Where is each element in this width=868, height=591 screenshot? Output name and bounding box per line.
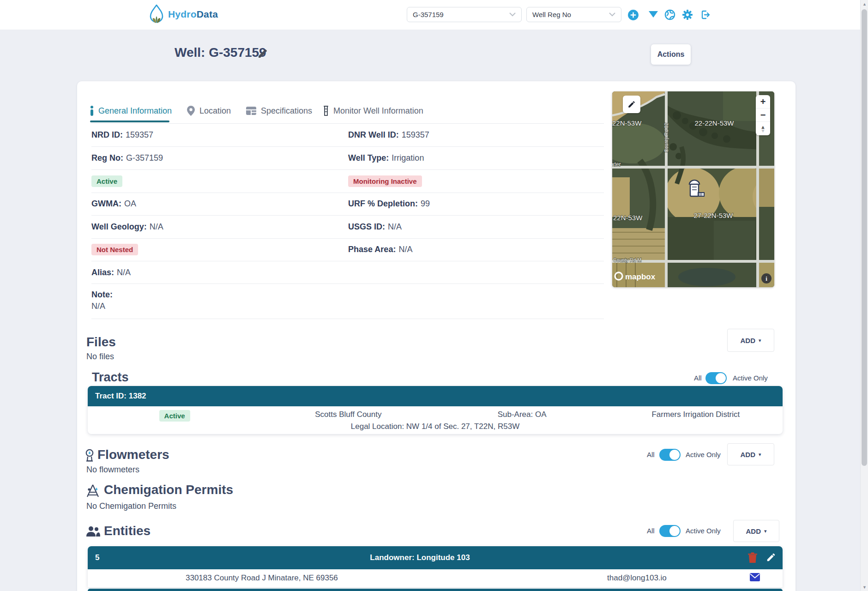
well-location-map[interactable]: 22-22N-53W -22N-53W 22N-53W 27-22N-53W C… <box>612 91 774 287</box>
field-label: USGS ID: <box>348 222 385 232</box>
brand-primary: Hydro <box>168 9 197 19</box>
search-by-dropdown[interactable]: Well Reg No <box>526 7 621 22</box>
map-zoom-controls: + − ▲▼ <box>756 95 770 135</box>
page-scrollbar: ▲ ▼ <box>860 0 868 591</box>
zoom-in-button[interactable]: + <box>756 95 770 109</box>
search-by-value: Well Reg No <box>532 11 571 18</box>
divider <box>91 215 604 216</box>
tab-label: Location <box>199 106 231 116</box>
brand-secondary: Data <box>197 9 218 19</box>
field-value: 159357 <box>126 130 153 140</box>
tract-card: Tract ID: 1382 Active Scotts Bluff Count… <box>88 386 783 434</box>
svg-text:i: i <box>766 275 767 282</box>
field-value: 159357 <box>402 130 429 140</box>
gear-icon[interactable] <box>681 9 693 21</box>
flowmeters-toggle-active-label: Active Only <box>686 451 721 458</box>
field-phase-area: Phase Area:N/A <box>348 243 412 255</box>
files-add-button[interactable]: ADD▾ <box>727 329 774 352</box>
edit-entity-icon[interactable] <box>766 552 777 563</box>
entity-email: thad@long103.io <box>607 573 667 583</box>
actions-button[interactable]: Actions <box>651 44 691 65</box>
top-header-bar: HydroData G-357159 Well Reg No <box>0 0 860 30</box>
add-label: ADD <box>746 527 761 535</box>
map-info-button[interactable]: i <box>761 273 772 283</box>
edit-well-icon[interactable] <box>257 48 269 60</box>
field-label: Well Type: <box>348 153 389 163</box>
divider <box>91 169 604 170</box>
caret-down-icon: ▾ <box>764 528 767 534</box>
scrollbar-up-arrow[interactable]: ▲ <box>861 0 868 8</box>
pencil-icon <box>766 552 776 562</box>
chevron-down-icon <box>609 12 615 17</box>
entities-active-only-toggle[interactable] <box>659 525 681 537</box>
field-reg-no: Reg No:G-357159 <box>91 152 163 164</box>
tab-specifications[interactable]: Specifications <box>246 102 312 120</box>
caret-down-icon: ▾ <box>759 338 761 344</box>
pencil-icon <box>627 100 636 109</box>
sign-out-icon[interactable] <box>699 9 711 21</box>
map-edit-button[interactable] <box>623 96 640 113</box>
tract-status-badge: Active <box>159 410 190 422</box>
table-icon <box>246 107 256 115</box>
next-entity-card-edge <box>88 589 783 591</box>
toggle-knob <box>669 526 680 536</box>
files-empty-text: No files <box>86 352 114 362</box>
entities-toggle-all-label: All <box>647 527 655 535</box>
divider <box>91 193 604 193</box>
tab-location[interactable]: Location <box>187 102 231 120</box>
field-value: Irrigation <box>392 153 424 163</box>
svg-text:mapbox: mapbox <box>625 272 656 281</box>
send-email-icon[interactable] <box>749 573 760 582</box>
entity-card: 5 Landowner: Longitude 103 330183 County… <box>88 546 783 587</box>
field-nrd-id: NRD ID:159357 <box>91 129 153 141</box>
tab-label: General Information <box>98 106 172 116</box>
field-label: URF % Depletion: <box>348 199 418 209</box>
entity-number: 5 <box>95 553 99 562</box>
field-note-label: Note: <box>91 289 115 301</box>
flowmeters-active-only-toggle[interactable] <box>659 449 681 461</box>
toggle-knob <box>716 373 726 383</box>
tab-label: Monitor Well Information <box>333 106 423 116</box>
tracts-active-only-toggle[interactable] <box>705 372 727 384</box>
flowmeters-empty-text: No flowmeters <box>86 465 139 475</box>
svg-text:-22N-53W: -22N-53W <box>612 119 642 127</box>
page-title: Well: G-357159 <box>175 45 266 60</box>
location-pin-icon <box>187 106 195 116</box>
entities-add-button[interactable]: ADD▾ <box>733 520 779 542</box>
svg-text:Baxter: Baxter <box>612 161 621 168</box>
delete-entity-icon[interactable] <box>747 552 759 563</box>
entity-card-body: 330183 County Road J Minatare, NE 69356 … <box>88 569 783 587</box>
tract-status-cell: Active <box>88 410 261 422</box>
scrollbar-down-arrow[interactable]: ▼ <box>861 583 868 591</box>
hydrodata-droplet-icon <box>149 5 164 24</box>
field-label: Well Geology: <box>91 222 147 232</box>
tract-legal-location: Legal Location: NW 1/4 of Sec. 27, T22N,… <box>88 422 783 431</box>
well-selector-dropdown[interactable]: G-357159 <box>407 7 522 22</box>
field-value: N/A <box>398 245 412 254</box>
globe-icon[interactable] <box>664 9 676 21</box>
scrollbar-thumb[interactable] <box>862 9 867 466</box>
field-value: N/A <box>117 268 131 277</box>
tabs-divider <box>91 123 604 124</box>
field-status: Active <box>91 175 122 187</box>
chevron-down-icon <box>509 12 516 17</box>
field-urf-depletion: URF % Depletion:99 <box>348 198 430 210</box>
add-label: ADD <box>740 451 755 458</box>
field-value: 99 <box>421 199 430 209</box>
flowmeters-add-button[interactable]: ADD▾ <box>727 443 774 465</box>
tab-monitor-well-information[interactable]: Monitor Well Information <box>323 102 423 120</box>
filter-triangle-icon[interactable] <box>647 9 659 21</box>
divider <box>91 283 604 284</box>
add-circle-icon[interactable] <box>627 9 639 21</box>
divider <box>91 238 604 239</box>
status-badge: Active <box>91 175 122 187</box>
monitor-well-icon <box>323 105 329 116</box>
well-selector-value: G-357159 <box>413 11 444 18</box>
compass-button[interactable]: ▲▼ <box>756 122 770 135</box>
tab-general-information[interactable]: General Information <box>90 102 172 120</box>
field-label: Note: <box>91 290 113 300</box>
tab-label: Specifications <box>261 106 312 116</box>
zoom-out-button[interactable]: − <box>756 109 770 122</box>
field-well-geology: Well Geology:N/A <box>91 221 163 233</box>
field-value: G-357159 <box>126 153 163 163</box>
